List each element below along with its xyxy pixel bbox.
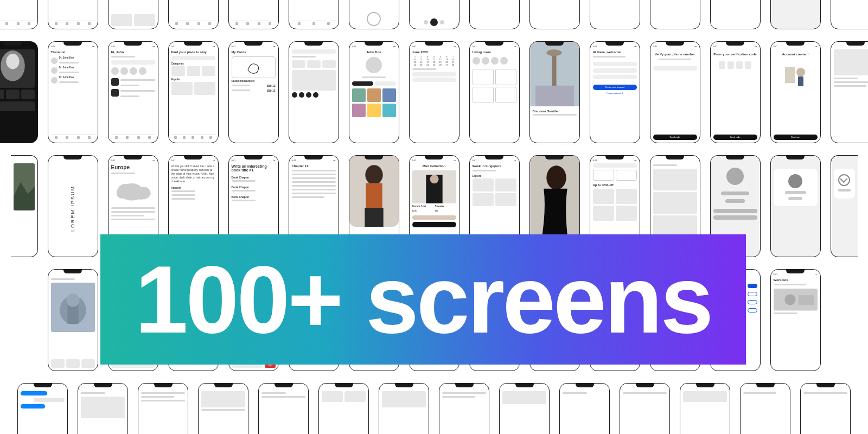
phone-mockup: Popular Stations — [409, 0, 459, 29]
month-label: June 2020 — [412, 50, 456, 54]
primary-button[interactable]: Continue — [774, 135, 818, 140]
status-time: 9:41 — [412, 46, 417, 48]
status-time: 9:41 — [774, 46, 778, 48]
fashion-photo — [412, 170, 456, 203]
user-name: John Doe — [352, 50, 396, 54]
book-title: Write an interesting book title #1 — [232, 164, 276, 172]
phone-mockup — [289, 41, 339, 143]
status-time: 9:41 — [232, 46, 236, 48]
chapter-label: Book Chapter — [232, 195, 276, 199]
status-time: 9:41 — [232, 159, 236, 162]
phone-mockup: Something 2 of$29.99 — [770, 0, 821, 29]
phone-mockup: Goals #2 Goals #3 Goals #4 — [48, 0, 98, 29]
primary-button[interactable]: Send code — [653, 135, 697, 140]
phone-mockup: 9:41••• June 2020 1234567 891011121314 1… — [409, 41, 459, 143]
status-time: 9:41 — [171, 159, 176, 162]
svg-point-27 — [430, 175, 438, 183]
phone-mockup: 9:41••• Therapist Dr. John Doe Dr. John … — [48, 41, 98, 143]
phone-mockup — [439, 383, 489, 434]
svg-point-17 — [796, 68, 805, 76]
phone-mockup — [379, 383, 429, 434]
phone-mockup — [559, 383, 610, 434]
hero-text: 100+ screens — [135, 252, 712, 347]
svg-rect-23 — [366, 183, 382, 211]
phone-mockup — [831, 0, 869, 29]
success-illustration — [782, 61, 809, 88]
primary-button[interactable] — [412, 222, 456, 227]
fashion-photo — [349, 156, 399, 227]
status-time: 9:41 — [51, 46, 55, 48]
phone-mockup — [620, 383, 670, 434]
phone-mockup — [499, 383, 550, 434]
phone-mockup — [318, 383, 369, 434]
landscape-photo — [14, 163, 35, 210]
phone-mockup: Discover Seattle — [529, 41, 580, 143]
chapter-label: Book Chapter — [232, 176, 276, 179]
status-time: 9:41 — [713, 46, 718, 48]
section-label: Popular — [171, 78, 215, 81]
phone-mockup — [78, 383, 128, 434]
phone-mockup — [258, 383, 309, 434]
phone-mockup — [11, 155, 38, 257]
phone-mockup — [349, 0, 399, 29]
phone-mockup — [168, 0, 219, 29]
screen-title: Workouts — [774, 278, 818, 282]
primary-button[interactable]: Create new account — [593, 85, 637, 90]
svg-point-29 — [546, 165, 566, 189]
screen-title: Living room — [473, 50, 516, 54]
phone-mockup — [770, 155, 821, 257]
greeting: Hi there, welcome! — [593, 50, 637, 54]
phone-mockup: 9:41••• Verify your phone number Send co… — [650, 41, 700, 143]
section-label: Recent transactions — [232, 80, 276, 82]
phone-mockup: 9:41••• My Cards Recent transactions $50… — [228, 41, 279, 143]
phone-mockup — [108, 0, 158, 29]
screen-title: Enter your verification code — [713, 53, 757, 56]
section-label: Categories — [171, 62, 215, 65]
phone-mockup — [710, 0, 761, 29]
amount: $50.12 — [267, 89, 275, 92]
amount: $50.12 — [267, 84, 275, 87]
promo-label: Up to 35% off — [593, 183, 637, 187]
status-time: 9:41 — [774, 273, 778, 276]
phone-mockup — [831, 41, 869, 143]
phone-mockup: 9:41••• Account created! Continue — [770, 41, 821, 143]
screen-title: Find your place to stay — [171, 50, 215, 54]
lorem-text: LOREM IPSUM — [70, 186, 75, 232]
phone-mockup — [680, 383, 730, 434]
phone-mockup — [48, 269, 98, 371]
phone-mockup — [800, 383, 851, 434]
europe-map — [111, 177, 155, 205]
primary-button[interactable]: Send code — [713, 135, 757, 140]
svg-point-35 — [784, 294, 795, 305]
phone-mockup: 9:41••• Find your place to stay Categori… — [168, 41, 219, 143]
screen-title: Therapist — [51, 50, 95, 54]
phone-mockup: 9:41••• Living room — [469, 41, 520, 143]
phone-mockup — [17, 383, 68, 434]
phone-mockup: 9:41••• Workouts — [770, 269, 821, 371]
phone-mockup — [740, 383, 790, 434]
phone-mockup: 9:41••• Hi there, welcome! Create new ac… — [590, 41, 640, 143]
hero-badge: 100+ screens — [100, 234, 746, 365]
chapter-title: Chapter 10 — [292, 164, 336, 168]
svg-rect-16 — [785, 67, 795, 83]
svg-rect-36 — [798, 295, 813, 305]
svg-rect-24 — [365, 208, 383, 227]
story-text: At first you didn't know me. I was a sha… — [171, 164, 215, 183]
chapter-label: Book Chapter — [232, 186, 276, 189]
phone-mockup — [650, 0, 700, 29]
screen-title: My Cards — [232, 50, 276, 54]
phone-mockup — [469, 0, 520, 29]
phone-mockup: LOREM IPSUM — [48, 155, 98, 257]
greeting: Hi, John — [111, 50, 155, 54]
svg-rect-18 — [798, 76, 803, 86]
status-time: 9:41 — [111, 46, 116, 48]
screen-title: Verify your phone number — [653, 53, 697, 56]
status-time: 9:41 — [111, 159, 116, 162]
phone-mockup — [289, 0, 339, 29]
grid-row: 9:41••• Therapist Dr. John Doe Dr. John … — [0, 41, 868, 143]
screen-title: Man Collection — [412, 164, 456, 168]
city-photo — [51, 283, 95, 332]
status-time: 9:41 — [412, 159, 417, 162]
svg-rect-15 — [535, 86, 574, 107]
grid-row — [0, 383, 868, 434]
